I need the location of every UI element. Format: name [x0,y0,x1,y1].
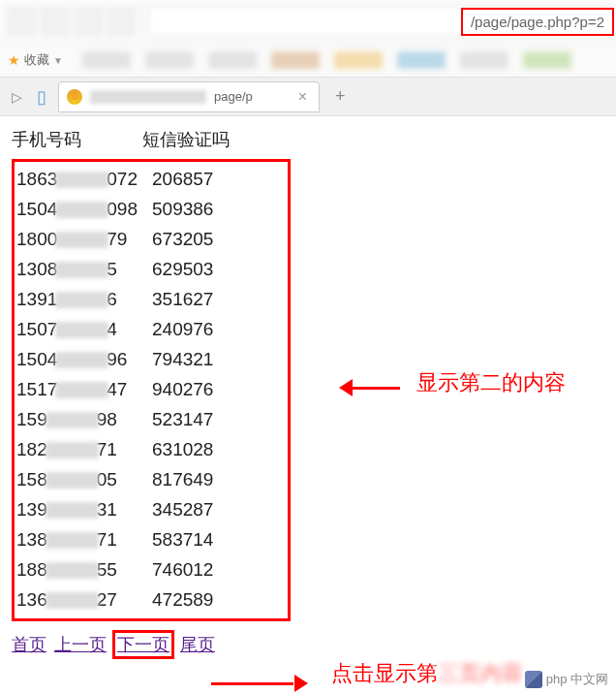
code-cell: 629503 [152,254,213,284]
fav-item[interactable] [82,51,131,69]
new-tab-button[interactable]: + [327,86,354,107]
phone-cell: 180079 [16,224,152,254]
table-row: 13627472589 [15,584,288,615]
code-cell: 206857 [152,164,213,194]
pagination-next-link[interactable]: 下一页 [117,635,169,654]
phone-cell: 151747 [16,374,152,404]
phone-masked [55,232,108,248]
phone-masked [46,442,99,458]
phone-prefix: 1517 [16,379,57,399]
phone-cell: 15805 [16,464,152,494]
url-highlight-box: /page/page.php?p=2 [461,8,614,36]
phone-suffix: 31 [97,499,117,520]
phone-cell: 15998 [16,404,152,434]
nav-refresh-button[interactable] [74,7,103,36]
phone-prefix: 138 [16,529,47,550]
header-phone: 手机号码 [12,128,142,151]
phone-suffix: 71 [97,529,117,550]
nav-home-button[interactable] [107,7,136,36]
fav-item[interactable] [523,51,571,69]
table-row: 1863072206857 [15,164,288,194]
phone-suffix: 47 [107,379,127,399]
phone-masked [55,382,108,398]
code-cell: 472589 [152,584,213,615]
phone-cell: 13627 [16,584,152,615]
phone-masked [46,502,99,519]
phone-prefix: 139 [16,499,47,520]
pagination-first-link[interactable]: 首页 [12,633,46,656]
document-icon[interactable]: ▯ [37,86,46,108]
phone-prefix: 159 [16,409,47,429]
code-cell: 509386 [152,194,213,224]
annotation-text-bottom: 点击显示第三页内容 [331,659,523,688]
tab-bar: ▷ ▯ page/p × + [0,78,616,116]
watermark-logo-icon [525,671,542,688]
phone-cell: 13871 [16,524,152,554]
phone-masked [46,412,99,428]
table-row: 15074240976 [15,314,288,344]
annotation-text-right: 显示第二的内容 [416,368,566,397]
phone-cell: 13916 [16,284,152,314]
code-cell: 583714 [152,524,213,554]
fav-item[interactable] [271,51,320,69]
phone-prefix: 188 [16,559,47,580]
tab-favicon-icon [67,89,82,105]
next-page-highlight-box: 下一页 [112,630,174,659]
fav-item[interactable] [334,51,383,69]
phone-prefix: 182 [16,439,47,459]
phone-suffix: 96 [107,349,127,369]
phone-prefix: 1504 [16,199,57,219]
favorites-dropdown-icon[interactable]: ▼ [53,55,63,66]
tab-close-button[interactable]: × [294,88,311,106]
tab-list-toggle-icon[interactable]: ▷ [8,88,25,106]
phone-cell: 13085 [16,254,152,284]
phone-suffix: 71 [97,439,117,459]
favorites-label[interactable]: 收藏 [24,51,49,69]
data-highlight-box: 1863072206857150409850938618007967320513… [12,159,291,621]
favorites-items-blurred [82,51,571,69]
pagination-last-link[interactable]: 尾页 [180,633,215,656]
watermark: php 中文网 [525,671,608,688]
phone-prefix: 1504 [16,349,57,369]
url-path: /page/page.php?p=2 [471,14,604,30]
fav-item[interactable] [460,51,508,69]
code-cell: 351627 [152,284,213,314]
table-row: 13916351627 [15,284,288,314]
pagination-prev-link[interactable]: 上一页 [54,633,107,656]
table-row: 15998523147 [15,404,288,434]
watermark-text: php 中文网 [546,671,608,688]
fav-item[interactable] [145,51,194,69]
phone-prefix: 1863 [16,169,57,189]
code-cell: 746012 [152,554,213,584]
phone-cell: 18271 [16,434,152,464]
phone-masked [55,322,108,338]
phone-cell: 150496 [16,344,152,374]
table-row: 13085629503 [15,254,288,284]
code-cell: 673205 [152,224,213,254]
phone-suffix: 98 [97,409,117,429]
code-cell: 345287 [152,494,213,524]
nav-back-button[interactable] [8,7,37,36]
phone-cell: 1504098 [16,194,152,224]
code-cell: 240976 [152,314,213,344]
table-row: 180079673205 [15,224,288,254]
phone-masked [55,172,108,188]
code-cell: 817649 [152,464,213,494]
phone-suffix: 27 [97,589,117,610]
phone-cell: 18855 [16,554,152,584]
code-cell: 940276 [152,374,213,404]
pagination: 首页 上一页 下一页 尾页 [12,633,604,656]
table-row: 1504098509386 [15,194,288,224]
tab-title-blurred [90,90,206,104]
browser-tab[interactable]: page/p × [58,81,320,112]
phone-cell: 1863072 [16,164,152,194]
nav-forward-button[interactable] [41,7,70,36]
favorites-bar: ★ 收藏 ▼ [0,44,616,78]
phone-masked [46,592,99,609]
phone-suffix: 79 [107,229,127,249]
phone-prefix: 1308 [16,259,57,279]
fav-item[interactable] [208,51,257,69]
table-row: 151747940276 [15,374,288,404]
table-row: 150496794321 [15,344,288,374]
fav-item[interactable] [397,51,446,69]
